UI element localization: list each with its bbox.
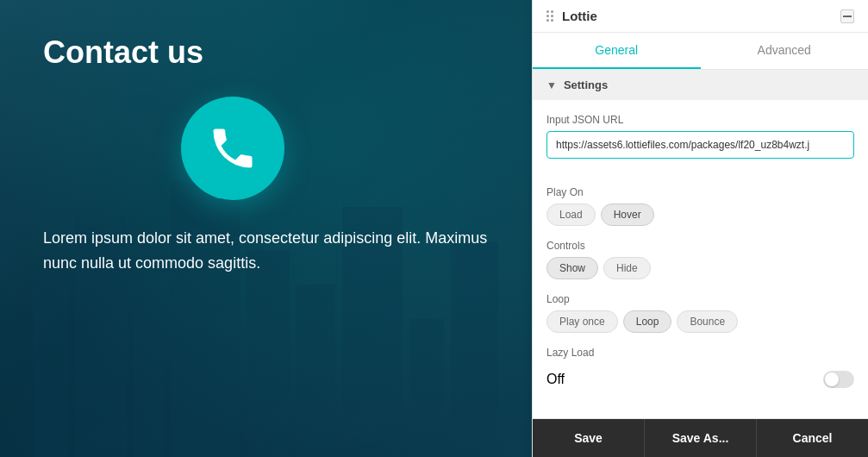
panel-title: Lottie: [562, 9, 840, 23]
loop-buttons: Play once Loop Bounce: [546, 310, 854, 333]
loop-loop-button[interactable]: Loop: [623, 310, 672, 333]
toggle-knob: [825, 372, 839, 386]
play-on-load-button[interactable]: Load: [546, 203, 596, 226]
lazy-load-toggle[interactable]: [823, 371, 854, 388]
settings-section-label: Settings: [564, 78, 608, 91]
save-button[interactable]: Save: [533, 419, 645, 457]
json-url-input[interactable]: [546, 131, 854, 159]
json-url-label: Input JSON URL: [546, 114, 854, 126]
preview-panel: Contact us Lorem ipsum dolor sit amet, c…: [0, 0, 532, 457]
play-on-buttons: Load Hover: [546, 203, 854, 226]
settings-panel: Lottie General Advanced ▼ Settings Input…: [532, 0, 868, 457]
phone-icon-circle: [181, 97, 284, 200]
play-on-label: Play On: [546, 186, 854, 198]
json-url-field-group: Input JSON URL: [546, 114, 854, 172]
svg-rect-0: [843, 16, 852, 17]
cancel-button[interactable]: Cancel: [757, 419, 868, 457]
lazy-load-label: Lazy Load: [546, 347, 854, 359]
settings-section: ▼ Settings Input JSON URL Play On Load H…: [533, 70, 868, 418]
lazy-load-field-group: Lazy Load Off: [546, 347, 854, 395]
settings-section-body: Input JSON URL Play On Load Hover Contro…: [533, 100, 868, 418]
phone-icon: [207, 122, 259, 174]
tab-advanced[interactable]: Advanced: [701, 33, 869, 69]
chevron-down-icon: ▼: [546, 79, 557, 91]
contact-title: Contact us: [43, 34, 489, 71]
panel-header: Lottie: [533, 0, 868, 33]
panel-footer: Save Save As... Cancel: [533, 418, 868, 457]
lazy-load-off-label: Off: [546, 372, 565, 387]
save-as-button[interactable]: Save As...: [645, 419, 757, 457]
controls-show-button[interactable]: Show: [546, 257, 598, 279]
controls-buttons: Show Hide: [546, 257, 854, 279]
controls-field-group: Controls Show Hide: [546, 240, 854, 279]
drag-handle[interactable]: [546, 10, 553, 22]
play-on-field-group: Play On Load Hover: [546, 186, 854, 226]
loop-label: Loop: [546, 293, 854, 305]
tab-general[interactable]: General: [533, 33, 701, 69]
loop-field-group: Loop Play once Loop Bounce: [546, 293, 854, 333]
loop-play-once-button[interactable]: Play once: [546, 310, 618, 333]
lazy-load-row: Off: [546, 364, 854, 395]
play-on-hover-button[interactable]: Hover: [601, 203, 654, 226]
lorem-text: Lorem ipsum dolor sit amet, consectetur …: [43, 226, 489, 276]
loop-bounce-button[interactable]: Bounce: [677, 310, 738, 333]
tab-bar: General Advanced: [533, 33, 868, 70]
controls-hide-button[interactable]: Hide: [603, 257, 651, 279]
settings-section-header[interactable]: ▼ Settings: [533, 70, 868, 100]
controls-label: Controls: [546, 240, 854, 252]
panel-content: ▼ Settings Input JSON URL Play On Load H…: [533, 70, 868, 418]
minimize-button[interactable]: [840, 9, 854, 23]
